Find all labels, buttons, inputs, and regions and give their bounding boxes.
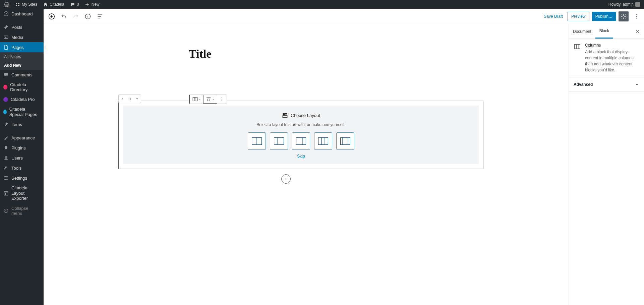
block-type-button[interactable] — [190, 95, 203, 104]
inline-add-block-button[interactable] — [281, 174, 291, 184]
sidebar-item-tools[interactable]: Tools — [0, 163, 44, 173]
block-description: Add a block that displays content in mul… — [585, 49, 639, 73]
sidebar-item-comments[interactable]: Comments — [0, 70, 44, 80]
close-sidebar-button[interactable] — [631, 29, 644, 34]
outline-button[interactable] — [95, 11, 105, 22]
pin-icon — [3, 24, 9, 30]
svg-rect-8 — [4, 191, 8, 195]
preview-button[interactable]: Preview — [568, 12, 589, 21]
layout-option-50-50[interactable] — [248, 132, 266, 150]
svg-point-21 — [130, 100, 131, 100]
brush-icon — [3, 135, 9, 140]
sidebar-subitem-add-new[interactable]: Add New — [0, 61, 44, 70]
citadela-special-pages-icon — [3, 110, 7, 114]
more-options-button[interactable] — [631, 11, 641, 21]
admin-bar-howdy-label: Howdy, admin — [608, 2, 634, 7]
columns-block[interactable]: Choose Layout Select a layout to start w… — [118, 101, 484, 169]
layout-option-25-50-25[interactable] — [336, 132, 354, 150]
sidebar-item-citadela-directory[interactable]: Citadela Directory — [0, 80, 44, 95]
block-title: Columns — [585, 43, 639, 48]
svg-point-3 — [5, 37, 6, 37]
tab-document[interactable]: Document — [569, 24, 595, 39]
sidebar-item-citadela-special-pages[interactable]: Citadela Special Pages — [0, 104, 44, 119]
drag-handle[interactable] — [126, 95, 133, 103]
svg-rect-23 — [207, 98, 211, 98]
comment-icon — [70, 2, 75, 7]
columns-placeholder: Choose Layout Select a layout to start w… — [123, 106, 479, 164]
sidebar-item-layout-exporter[interactable]: Citadela Layout Exporter — [0, 183, 44, 203]
svg-point-7 — [5, 179, 6, 180]
publish-button[interactable]: Publish… — [592, 12, 616, 21]
settings-sidebar: Document Block Columns Add a block that … — [569, 24, 644, 305]
move-down-button[interactable] — [133, 95, 141, 103]
sidebar-collapse[interactable]: Collapse menu — [0, 203, 44, 218]
settings-toggle-button[interactable] — [619, 11, 629, 21]
svg-rect-37 — [575, 45, 580, 49]
block-align-button[interactable] — [203, 95, 217, 104]
sidebar-subitem-all-pages[interactable]: All Pages — [0, 52, 44, 61]
users-icon — [3, 155, 9, 161]
chevron-down-icon — [635, 82, 639, 87]
admin-sidebar: Dashboard Posts Media Pages All Pages Ad… — [0, 9, 44, 305]
block-more-button[interactable] — [217, 95, 227, 104]
layout-option-67-33[interactable] — [292, 132, 310, 150]
sidebar-item-plugins[interactable]: Plugins — [0, 143, 44, 153]
layout-option-33-33-33[interactable] — [314, 132, 332, 150]
sidebar-item-media[interactable]: Media — [0, 32, 44, 42]
add-block-button[interactable] — [46, 11, 57, 22]
sidebar-item-appearance[interactable]: Appearance — [0, 133, 44, 143]
admin-bar-new[interactable]: New — [82, 0, 102, 9]
editor-canvas[interactable]: Choose Layout Select a layout to start w… — [44, 24, 569, 305]
content-info-button[interactable] — [82, 11, 93, 22]
sidebar-item-dashboard[interactable]: Dashboard — [0, 9, 44, 19]
svg-point-12 — [623, 15, 625, 17]
skip-link[interactable]: Skip — [297, 154, 305, 159]
dashboard-icon — [3, 11, 9, 16]
svg-point-14 — [636, 16, 637, 17]
svg-rect-34 — [296, 138, 306, 145]
svg-point-15 — [636, 17, 637, 18]
sidebar-item-citadela-pro[interactable]: Citadela Pro — [0, 95, 44, 104]
sidebar-item-pages[interactable]: Pages — [0, 42, 44, 52]
save-draft-button[interactable]: Save Draft — [542, 14, 565, 19]
sidebar-item-items[interactable]: Items — [0, 119, 44, 129]
citadela-pro-icon — [3, 97, 8, 102]
tab-block[interactable]: Block — [595, 24, 613, 39]
svg-rect-29 — [285, 113, 287, 114]
move-up-button[interactable] — [119, 95, 126, 103]
layout-option-33-67[interactable] — [270, 132, 288, 150]
sidebar-item-settings[interactable]: Settings — [0, 173, 44, 183]
avatar — [635, 2, 640, 7]
admin-bar-my-sites[interactable]: My Sites — [13, 0, 39, 9]
wordpress-icon — [4, 2, 9, 7]
editor-header: Save Draft Preview Publish… — [44, 9, 644, 24]
svg-point-9 — [4, 209, 8, 212]
admin-bar-my-sites-label: My Sites — [22, 2, 37, 7]
svg-rect-28 — [283, 113, 285, 115]
svg-point-16 — [129, 98, 129, 99]
svg-rect-30 — [285, 115, 287, 115]
undo-button[interactable] — [58, 11, 69, 22]
svg-rect-33 — [274, 138, 284, 145]
svg-rect-24 — [207, 99, 210, 101]
sidebar-item-posts[interactable]: Posts — [0, 22, 44, 32]
media-icon — [3, 35, 9, 40]
post-title-input[interactable] — [189, 48, 423, 60]
svg-point-27 — [222, 101, 222, 101]
svg-point-13 — [636, 14, 637, 15]
block-editor: Save Draft Preview Publish… — [44, 9, 644, 305]
admin-bar-account[interactable]: Howdy, admin — [606, 0, 642, 9]
sidebar-item-users[interactable]: Users — [0, 153, 44, 163]
plus-icon — [84, 2, 90, 7]
svg-rect-35 — [318, 138, 328, 145]
admin-bar-comments[interactable]: 0 — [68, 0, 81, 9]
plug-icon — [3, 145, 9, 150]
svg-rect-22 — [193, 98, 197, 101]
redo-button — [70, 11, 81, 22]
sidebar-submenu-pages: All Pages Add New — [0, 52, 44, 70]
advanced-panel-toggle[interactable]: Advanced — [569, 77, 644, 92]
admin-bar-site-name[interactable]: Citadela — [41, 0, 66, 9]
admin-bar-wordpress[interactable] — [2, 0, 11, 9]
block-toolbar — [189, 95, 227, 104]
block-movers — [118, 95, 141, 103]
